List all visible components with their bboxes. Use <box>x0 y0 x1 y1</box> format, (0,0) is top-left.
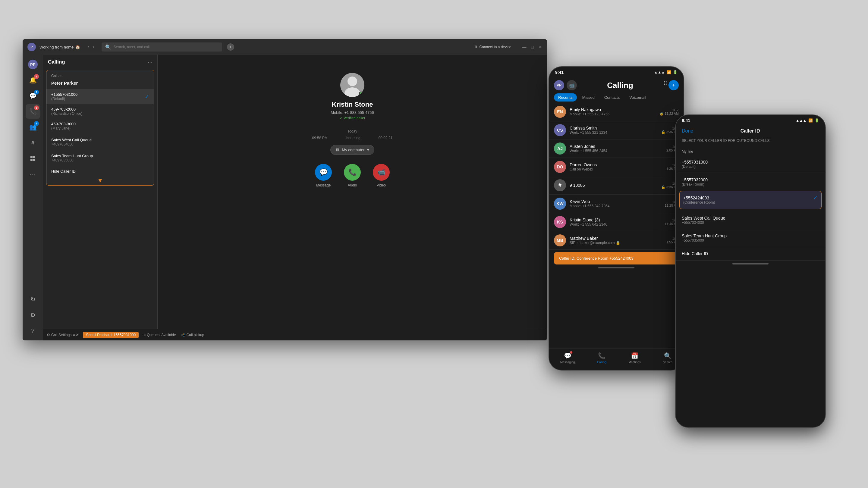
list-item[interactable]: EN Emily Nakagawa Mobile: +1 555 123 475… <box>549 103 684 121</box>
caller-id-option-2[interactable]: 469-703-3000 (Mary Jane) <box>46 119 154 133</box>
avatar: KW <box>554 198 566 210</box>
search-nav-icon: 🔍 <box>664 352 672 359</box>
avatar: # <box>554 179 566 191</box>
tab-missed[interactable]: Missed <box>578 93 599 101</box>
list-item[interactable]: DO Darren Owens Call on Webex 1/13 1:36 … <box>549 158 684 176</box>
avatar: EN <box>554 106 566 118</box>
user-avatar[interactable]: P <box>27 43 36 51</box>
my-line-section-title: My line <box>676 147 825 156</box>
caller-id-bar[interactable]: Caller ID: Conference Room +5552424003 <box>554 252 679 264</box>
contact-name: Austen Jones <box>569 144 663 149</box>
queue-icon: ≡ <box>144 333 146 337</box>
done-button[interactable]: Done <box>682 128 693 134</box>
search-input[interactable] <box>114 45 218 49</box>
phone1-header-icons: ⠿ + <box>663 80 679 90</box>
phone1-add-button[interactable]: + <box>669 80 679 90</box>
battery-icon: 🔋 <box>815 119 819 123</box>
audio-button[interactable]: 📞 <box>344 164 361 181</box>
action-buttons: 💬 Message 📞 Audio 📹 Video <box>315 164 390 187</box>
forward-arrow[interactable]: › <box>92 44 96 50</box>
caller-id-item-4[interactable]: Sales Team Hunt Group +5557035000 <box>676 229 825 247</box>
caller-id-item-label-0: (Default) <box>682 164 819 169</box>
caller-id-item-2[interactable]: ✓ +5552424003 (Conference Room) <box>679 191 822 209</box>
message-button[interactable]: 💬 <box>315 164 332 181</box>
caller-id-item-3[interactable]: Sales West Call Queue +5557034000 <box>676 212 825 229</box>
minimize-button[interactable]: — <box>522 44 527 50</box>
caller-id-item-number-4: Sales Team Hunt Group <box>682 233 819 238</box>
sidebar-item-apps[interactable] <box>26 151 40 166</box>
video-label: Video <box>377 183 386 187</box>
tab-voicemail[interactable]: Voicemail <box>625 93 650 101</box>
meetings-nav-label: Meetings <box>628 361 641 364</box>
list-item[interactable]: MB Matthew Baker SIP: mbaker@example.com… <box>549 231 684 250</box>
maximize-button[interactable]: □ <box>531 44 534 50</box>
list-item[interactable]: # 9 10086 1/08 🔒 3:36 PM <box>549 176 684 195</box>
help-icon: ? <box>31 327 34 334</box>
phone1-user-avatar[interactable]: PP <box>554 80 564 90</box>
caller-id-status[interactable]: Sonali Pritchard: 15557031000 <box>83 332 138 338</box>
messaging-nav-icon: 💬 <box>564 352 571 359</box>
caller-id-item-number-0: +5557031000 <box>682 160 819 164</box>
gear-small-icon: ⚙ <box>47 333 50 337</box>
apps-icon <box>30 156 36 161</box>
nav-messaging[interactable]: 💬 Messaging <box>560 352 575 364</box>
caller-id-option-3[interactable]: Sales West Call Queue +4697034000 <box>46 133 154 150</box>
sidebar-item-more[interactable]: ⋯ <box>26 167 40 181</box>
list-item[interactable]: CS Clarissa Smith Work: +1 555 321 1234 … <box>549 121 684 139</box>
sidebar-item-calling[interactable]: 📞 1 <box>26 104 40 119</box>
my-computer-button[interactable]: 🖥 My computer ▾ <box>330 145 374 155</box>
hide-caller-id-label: Hide Caller ID <box>682 251 819 256</box>
avatar: AJ <box>554 142 566 155</box>
people-badge: 1 <box>34 121 39 126</box>
sidebar-item-activity[interactable]: 🔔 5 <box>26 73 40 87</box>
add-meeting-button[interactable]: + <box>227 43 234 51</box>
list-item[interactable]: KS Kristin Stone (3) Work: +1 555 642 23… <box>549 213 684 231</box>
hide-caller-id-button[interactable]: Hide Caller ID <box>46 165 154 177</box>
caller-id-option-4[interactable]: Sales Team Hunt Group +4697035000 <box>46 150 154 165</box>
grid-icon[interactable]: ⠿ <box>663 80 667 90</box>
tab-contacts[interactable]: Contacts <box>600 93 624 101</box>
back-arrow[interactable]: ‹ <box>86 44 90 50</box>
sidebar-item-chat[interactable]: 💬 1 <box>26 89 40 103</box>
call-pickup-status[interactable]: 📲 Call pickup <box>181 333 204 337</box>
sidebar-item-refresh[interactable]: ↻ <box>26 292 40 307</box>
caller-id-option-default[interactable]: +15557031000 (Default) ✓ <box>46 89 154 104</box>
video-button[interactable]: 📹 <box>373 164 390 181</box>
close-button[interactable]: ✕ <box>538 44 542 50</box>
call-settings-status[interactable]: ⚙ Call Settings ⚙⚙ <box>47 333 78 337</box>
panel-search-icon[interactable]: ⋯ <box>148 59 153 65</box>
caller-id-item-0[interactable]: +5557031000 (Default) <box>676 156 825 173</box>
search-bar[interactable]: 🔍 <box>101 42 222 52</box>
nav-meetings[interactable]: 📅 Meetings <box>628 352 641 364</box>
pickup-icon: 📲 <box>181 333 185 337</box>
selected-check-icon: ✓ <box>813 194 818 201</box>
list-item[interactable]: AJ Austen Jones Work: +1 555 456 2454 1/… <box>549 139 684 158</box>
calling-badge: 1 <box>34 105 39 110</box>
refresh-icon: ↻ <box>30 296 36 303</box>
sidebar-item-help[interactable]: ? <box>26 324 40 338</box>
caller-id-item-number-2: +5552424003 <box>683 195 818 200</box>
tab-recents[interactable]: Recents <box>554 93 577 101</box>
hide-caller-id-item[interactable]: Hide Caller ID <box>676 247 825 261</box>
connect-device-button[interactable]: 🖥 Connect to a device <box>471 44 514 50</box>
caller-id-item-1[interactable]: +5557032000 (Break Room) <box>676 173 825 191</box>
caller-id-screen-header: Done Caller ID <box>676 126 825 137</box>
contact-name: Darren Owens <box>569 162 663 167</box>
calling-nav-label: Calling <box>597 361 607 364</box>
caller-id-option-1[interactable]: 469-703-2000 (Richardson Office) <box>46 104 154 119</box>
contact-detail: Call on Webex <box>569 167 663 171</box>
nav-search[interactable]: 🔍 Search <box>663 352 673 364</box>
nav-calling[interactable]: 📞 Calling <box>597 352 607 364</box>
sidebar-item-avatar[interactable]: PP <box>26 57 40 72</box>
list-item[interactable]: KW Kevin Woo Mobile: +1 555 342 7864 1/0… <box>549 195 684 213</box>
call-as-label: Call as <box>46 70 154 79</box>
sidebar-item-channels[interactable]: # <box>26 135 40 150</box>
sidebar-item-people[interactable]: 👥 1 <box>26 120 40 134</box>
sidebar-item-settings[interactable]: ⚙ <box>26 308 40 322</box>
contact-number: Mobile: +1 888 555 4756 <box>331 110 374 115</box>
phone1-video-icon[interactable]: 📹 <box>567 80 577 90</box>
caller-id-label-1: (Richardson Office) <box>51 111 82 116</box>
caller-id-item-label-1: (Break Room) <box>682 182 819 187</box>
phone1-status-icons: ▲▲▲ 📶 🔋 <box>654 70 678 74</box>
queues-status[interactable]: ≡ Queues: Available <box>144 333 176 337</box>
